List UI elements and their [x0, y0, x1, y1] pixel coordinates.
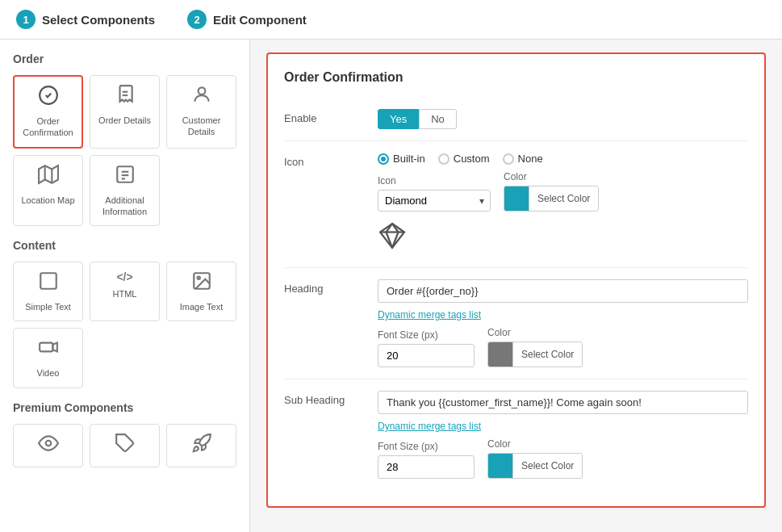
- additional-information-icon: [115, 164, 136, 190]
- order-confirmation-icon: [38, 85, 59, 111]
- component-order-confirmation[interactable]: OrderConfirmation: [13, 75, 83, 149]
- sub-heading-font-size-label: Font Size (px): [378, 441, 475, 452]
- component-additional-information[interactable]: Additional Information: [90, 155, 160, 227]
- color-select-group-1: Color Select Color: [504, 171, 599, 212]
- svg-marker-18: [380, 224, 404, 248]
- edit-box-title: Order Confirmation: [284, 70, 748, 85]
- sub-heading-input[interactable]: [378, 391, 748, 414]
- component-image-text[interactable]: Image Text: [166, 262, 236, 321]
- color-button-2[interactable]: Select Color: [487, 341, 583, 367]
- premium-section-title: Premium Components: [13, 401, 236, 414]
- icon-radio-custom[interactable]: Custom: [438, 153, 490, 165]
- heading-font-color-row: Font Size (px) Color Select Color: [378, 327, 748, 367]
- order-section-title: Order: [13, 52, 236, 65]
- component-order-details[interactable]: Order Details: [90, 75, 160, 149]
- color-swatch-2: [488, 342, 512, 367]
- icon-sub-label: Icon: [378, 175, 491, 186]
- order-component-grid: OrderConfirmation Order Details Customer…: [13, 75, 236, 226]
- order-confirmation-label: OrderConfirmation: [23, 115, 73, 139]
- sub-heading-label: Sub Heading: [284, 391, 365, 406]
- heading-input[interactable]: [378, 279, 748, 303]
- step2-label: Edit Component: [213, 13, 307, 27]
- radio-custom-label: Custom: [454, 153, 490, 165]
- component-simple-text[interactable]: Simple Text: [13, 262, 83, 321]
- svg-point-13: [197, 277, 199, 279]
- icon-select[interactable]: Diamond Star Heart Circle: [378, 190, 491, 212]
- right-panel: Order Confirmation Enable Yes No Icon: [250, 40, 782, 532]
- heading-label: Heading: [284, 279, 365, 295]
- sub-heading-font-color-row: Font Size (px) Color Select Color: [378, 438, 748, 479]
- enable-row: Enable Yes No: [284, 98, 748, 141]
- radio-built-in-indicator: [378, 153, 389, 165]
- image-text-label: Image Text: [180, 301, 224, 312]
- main-layout: Order OrderConfirmation Order Details Cu…: [0, 40, 782, 532]
- radio-built-in-label: Built-in: [393, 153, 425, 165]
- step1-circle: 1: [16, 10, 36, 29]
- color-button-1[interactable]: Select Color: [504, 186, 599, 212]
- component-video[interactable]: Video: [13, 328, 83, 387]
- radio-none-label: None: [518, 153, 543, 165]
- sub-heading-row: Sub Heading Dynamic merge tags list Font…: [284, 379, 748, 490]
- icon-radio-none[interactable]: None: [503, 153, 543, 165]
- image-text-icon: [191, 270, 212, 296]
- heading-color-label: Color: [487, 327, 583, 338]
- location-map-label: Location Map: [21, 195, 74, 206]
- color-text-1: Select Color: [529, 186, 598, 211]
- color-text-3: Select Color: [512, 454, 582, 478]
- heading-font-size-group: Font Size (px): [378, 329, 475, 367]
- icon-label: Icon: [284, 153, 365, 168]
- color-swatch-1: [504, 186, 529, 211]
- sub-heading-merge-tags-link[interactable]: Dynamic merge tags list: [378, 421, 748, 432]
- step2-header: 2 Edit Component: [187, 10, 307, 29]
- color-select-group-2: Color Select Color: [487, 327, 583, 367]
- component-tag[interactable]: [90, 424, 160, 467]
- component-html[interactable]: </> HTML: [90, 262, 160, 321]
- heading-merge-tags-link[interactable]: Dynamic merge tags list: [378, 309, 748, 320]
- sub-heading-color-label: Color: [487, 438, 583, 450]
- component-location-map[interactable]: Location Map: [13, 155, 83, 227]
- enable-content: Yes No: [378, 109, 748, 129]
- html-icon: </>: [116, 270, 132, 283]
- order-details-label: Order Details: [98, 115, 151, 126]
- svg-marker-4: [39, 165, 58, 183]
- order-details-icon: [115, 84, 136, 110]
- color-button-3[interactable]: Select Color: [487, 453, 583, 479]
- html-label: HTML: [113, 288, 137, 300]
- icon-content: Built-in Custom None Icon: [378, 153, 748, 256]
- step1-label: Select Components: [42, 13, 155, 27]
- video-icon: [38, 337, 59, 362]
- icon-radio-group: Built-in Custom None: [378, 153, 748, 165]
- radio-custom-indicator: [438, 153, 450, 165]
- simple-text-label: Simple Text: [25, 301, 71, 312]
- premium-component-grid: [13, 424, 236, 467]
- sub-heading-font-size-input[interactable]: [378, 455, 475, 479]
- component-rocket[interactable]: [166, 424, 236, 467]
- enable-yes-button[interactable]: Yes: [378, 109, 419, 129]
- edit-box: Order Confirmation Enable Yes No Icon: [266, 52, 766, 508]
- enable-no-button[interactable]: No: [419, 109, 457, 129]
- video-label: Video: [37, 367, 60, 379]
- additional-information-label: Additional Information: [95, 195, 154, 218]
- tag-icon: [115, 433, 136, 459]
- content-component-grid: Simple Text </> HTML Image Text Video: [13, 262, 236, 388]
- heading-font-size-label: Font Size (px): [378, 329, 475, 341]
- heading-font-size-input[interactable]: [378, 344, 475, 367]
- svg-rect-14: [40, 343, 52, 352]
- sub-heading-content: Dynamic merge tags list Font Size (px) C…: [378, 391, 748, 479]
- component-customer-details[interactable]: Customer Details: [166, 75, 236, 149]
- color-select-group-3: Color Select Color: [487, 438, 583, 479]
- svg-point-3: [198, 87, 205, 94]
- color-swatch-3: [488, 454, 512, 478]
- component-eye[interactable]: [13, 424, 83, 467]
- diamond-icon: [378, 221, 748, 256]
- color-text-2: Select Color: [512, 342, 582, 367]
- heading-content: Dynamic merge tags list Font Size (px) C…: [378, 279, 748, 367]
- sub-heading-font-size-group: Font Size (px): [378, 441, 475, 479]
- left-panel: Order OrderConfirmation Order Details Cu…: [0, 40, 250, 532]
- svg-point-16: [45, 441, 51, 446]
- icon-select-wrap: Diamond Star Heart Circle: [378, 190, 491, 212]
- content-section-title: Content: [13, 239, 236, 252]
- icon-radio-built-in[interactable]: Built-in: [378, 153, 425, 165]
- rocket-icon: [191, 433, 212, 459]
- simple-text-icon: [38, 270, 59, 296]
